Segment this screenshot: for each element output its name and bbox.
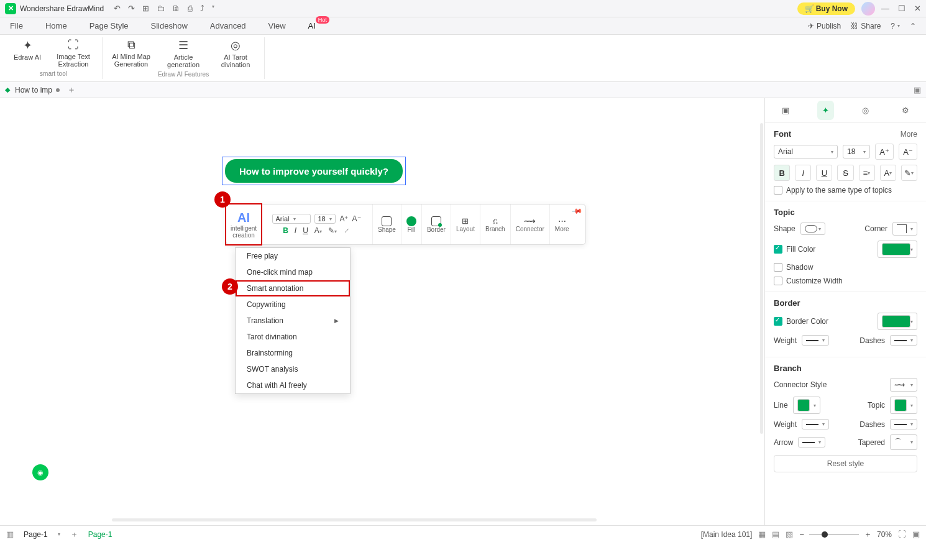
shape-button[interactable]: Shape (373, 204, 401, 244)
share-button[interactable]: ⛓ Share (851, 22, 881, 30)
page-tab[interactable]: Page-1 (85, 529, 116, 540)
dropdown-swot[interactable]: SWOT analysis (236, 361, 350, 377)
user-avatar[interactable] (861, 2, 875, 16)
panel-font-increase[interactable]: A⁺ (875, 144, 894, 160)
minimize-button[interactable]: — (881, 4, 889, 13)
highlight-button[interactable]: ✎▾ (328, 226, 337, 235)
font-size-select[interactable]: 18▾ (314, 214, 336, 224)
panel-tab-style-icon[interactable]: ✦ (817, 101, 834, 120)
underline-button[interactable]: U (303, 226, 308, 235)
border-color-checkbox[interactable]: Border Color (774, 317, 828, 326)
branch-button[interactable]: ⎌ Branch (480, 204, 511, 244)
dropdown-tarot[interactable]: Tarot divination (236, 329, 350, 345)
panel-font-family[interactable]: Arial▾ (774, 145, 838, 158)
print-icon[interactable]: ⎙ (188, 4, 193, 13)
menu-home[interactable]: Home (45, 21, 67, 30)
layout-button[interactable]: ⊞ Layout (451, 204, 480, 244)
add-page-button[interactable]: ＋ (70, 529, 78, 540)
branch-dashes-select[interactable]: ▾ (890, 419, 917, 429)
custom-width-checkbox[interactable]: Customize Width (774, 277, 917, 285)
dropdown-smart-annotation[interactable]: Smart annotation (236, 280, 350, 296)
view-mode1-icon[interactable]: ▦ (758, 530, 766, 539)
main-idea-node[interactable]: How to improve yourself quickly? (225, 159, 403, 183)
save-icon[interactable]: 🗎 (172, 4, 180, 13)
font-decrease-icon[interactable]: A⁻ (352, 214, 361, 223)
redo-icon[interactable]: ↷ (128, 4, 135, 13)
font-increase-icon[interactable]: A⁺ (339, 214, 348, 223)
dropdown-copywriting[interactable]: Copywriting (236, 296, 350, 313)
reset-style-button[interactable]: Reset style (774, 455, 917, 472)
view-mode3-icon[interactable]: ▧ (786, 530, 793, 539)
edraw-ai-button[interactable]: ✦ Edraw AI (10, 37, 45, 69)
branch-line-color[interactable]: ▾ (793, 397, 820, 414)
dropdown-free-play[interactable]: Free play (236, 248, 350, 264)
fit-icon[interactable]: ▣ (912, 530, 920, 539)
italic-button[interactable]: I (295, 226, 296, 235)
corner-select[interactable]: ▾ (892, 222, 917, 236)
menu-view[interactable]: View (268, 21, 286, 30)
font-family-select[interactable]: Arial▾ (272, 214, 311, 224)
close-button[interactable]: ✕ (914, 4, 921, 13)
border-dashes-select[interactable]: ▾ (890, 335, 917, 346)
sidebar-toggle-icon[interactable]: ▥ (6, 530, 14, 539)
panel-font-color[interactable]: A▾ (880, 165, 896, 181)
undo-icon[interactable]: ↶ (114, 4, 121, 13)
zoom-slider[interactable] (809, 534, 859, 535)
more-button[interactable]: ⋯ More (550, 204, 574, 244)
branch-arrow-select[interactable]: ▾ (798, 437, 825, 448)
clear-format-button[interactable]: ⟋ (343, 226, 351, 235)
image-text-extraction-button[interactable]: ⛶ Image Text Extraction (50, 37, 97, 69)
panel-tab-outline-icon[interactable]: ▣ (777, 101, 794, 120)
qat-more-icon[interactable]: ▾ (212, 4, 214, 13)
panel-font-size[interactable]: 18▾ (843, 145, 870, 158)
border-color-select[interactable]: ▾ (878, 313, 917, 330)
new-icon[interactable]: ⊞ (142, 4, 149, 13)
font-more-link[interactable]: More (901, 130, 917, 139)
maximize-button[interactable]: ☐ (898, 4, 905, 13)
buy-now-button[interactable]: 🛒 Buy Now (797, 2, 855, 15)
bold-button[interactable]: B (283, 226, 288, 235)
apply-same-type-checkbox[interactable]: Apply to the same type of topics (774, 186, 917, 195)
panel-highlight[interactable]: ✎▾ (901, 165, 917, 181)
fullscreen-icon[interactable]: ⛶ (898, 530, 906, 539)
fill-color-checkbox[interactable]: Fill Color (774, 245, 815, 254)
panel-underline[interactable]: U (816, 165, 832, 181)
dropdown-brainstorming[interactable]: Brainstorming (236, 345, 350, 361)
branch-topic-color[interactable]: ▾ (890, 397, 917, 414)
font-color-button[interactable]: A▾ (314, 226, 322, 235)
horizontal-scrollbar[interactable] (112, 518, 597, 521)
open-icon[interactable]: 🗀 (157, 4, 165, 13)
shape-select[interactable]: ▾ (800, 223, 825, 235)
page-select[interactable]: Page-1▾ (20, 529, 64, 540)
collapse-ribbon-icon[interactable]: ⌃ (910, 22, 916, 30)
border-weight-select[interactable]: ▾ (802, 335, 829, 346)
menu-ai[interactable]: AI Hot (308, 21, 316, 30)
panel-align[interactable]: ≡▾ (859, 165, 875, 181)
chat-assistant-button[interactable]: ◉ (32, 464, 48, 480)
shadow-checkbox[interactable]: Shadow (774, 263, 917, 272)
fill-color-select[interactable]: ▾ (878, 241, 917, 258)
canvas[interactable]: How to improve yourself quickly? 1 2 📌 A… (0, 98, 764, 525)
zoom-in-button[interactable]: ＋ (864, 529, 872, 540)
dropdown-oneclick-mindmap[interactable]: One-click mind map (236, 264, 350, 280)
ai-mindmap-button[interactable]: ⧉ AI Mind Map Generation (108, 37, 155, 70)
tarot-button[interactable]: ◎ AI Tarot divination (212, 37, 259, 70)
panel-tab-theme-icon[interactable]: ◎ (857, 101, 874, 120)
tab-panel-toggle-icon[interactable]: ▣ (914, 85, 921, 94)
help-button[interactable]: ? ▾ (891, 22, 900, 30)
menu-slideshow[interactable]: Slideshow (151, 21, 188, 30)
branch-weight-select[interactable]: ▾ (802, 419, 829, 429)
border-button[interactable]: Border (422, 204, 451, 244)
export-icon[interactable]: ⤴ (200, 4, 204, 13)
document-tab[interactable]: How to imp (15, 86, 60, 94)
panel-italic[interactable]: I (795, 165, 811, 181)
branch-tapered-select[interactable]: ⌒▾ (890, 434, 917, 450)
menu-page-style[interactable]: Page Style (89, 21, 129, 30)
panel-strike[interactable]: S (837, 165, 853, 181)
dropdown-translation[interactable]: Translation▶ (236, 313, 350, 329)
dropdown-chat-ai[interactable]: Chat with AI freely (236, 377, 350, 393)
connector-style-select[interactable]: ⟿▾ (890, 378, 917, 392)
menu-file[interactable]: File (10, 21, 23, 30)
panel-tab-settings-icon[interactable]: ⚙ (897, 101, 914, 120)
fill-button[interactable]: Fill (401, 204, 422, 244)
